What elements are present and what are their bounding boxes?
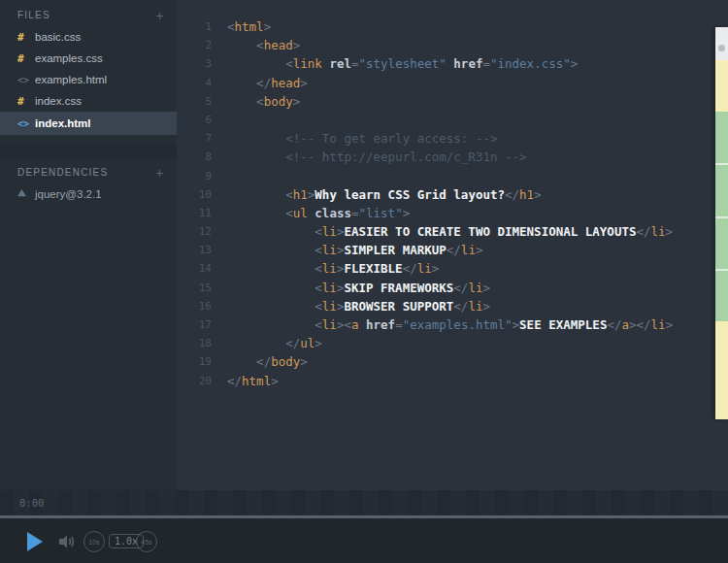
volume-icon[interactable] (55, 531, 77, 556)
play-button[interactable] (27, 532, 43, 551)
line-number: 12 (177, 222, 227, 241)
package-icon (17, 189, 35, 200)
code-line-3[interactable]: 3 <link rel="stylesheet" href="index.css… (177, 54, 728, 73)
dependency-item-jquery@3.2.1[interactable]: jquery@3.2.1 (0, 183, 177, 205)
line-number: 6 (177, 111, 227, 129)
line-number: 15 (177, 279, 227, 297)
code-text: </body> (227, 352, 728, 371)
code-text (227, 167, 728, 185)
rewind-10s-icon[interactable]: 10s (83, 531, 105, 552)
code-line-9[interactable]: 9 (177, 167, 728, 185)
dependency-name: jquery@3.2.1 (35, 188, 102, 200)
yellow-block (715, 60, 728, 112)
code-line-4[interactable]: 4 </head> (177, 74, 728, 92)
code-text: <li><a href="examples.html">SEE EXAMPLES… (227, 315, 728, 334)
code-line-11[interactable]: 11 <ul class="list"> (177, 204, 728, 222)
line-number: 11 (177, 204, 227, 222)
html-file-icon: <> (17, 75, 35, 85)
code-line-16[interactable]: 16 <li>BROWSER SUPPORT</li> (177, 297, 728, 315)
sidebar: FILES + #basic.css#examples.css<>example… (0, 0, 177, 490)
html-file-icon: <> (17, 118, 35, 129)
scrimba-editor-window: FILES + #basic.css#examples.css<>example… (0, 0, 728, 563)
add-file-icon[interactable]: + (156, 11, 165, 20)
code-line-18[interactable]: 18 </ul> (177, 334, 728, 352)
code-line-13[interactable]: 13 <li>SIMPLER MARKUP</li> (177, 241, 728, 259)
line-number: 19 (177, 352, 227, 371)
file-name: index.css (35, 95, 82, 107)
line-number: 8 (177, 148, 227, 166)
code-text: </head> (227, 74, 728, 92)
line-number: 3 (177, 54, 227, 73)
code-text: <html> (227, 17, 728, 36)
files-header-label: FILES (17, 10, 50, 20)
skip-label: 45s (141, 539, 151, 546)
line-number: 16 (177, 297, 227, 315)
code-text: <link rel="stylesheet" href="index.css"> (227, 54, 728, 73)
add-dependency-icon[interactable]: + (156, 168, 165, 178)
code-line-19[interactable]: 19 </body> (177, 352, 728, 371)
line-number: 5 (177, 92, 227, 111)
code-line-14[interactable]: 14 <li>FLEXIBLE</li> (177, 259, 728, 278)
files-section-header: FILES + (0, 0, 177, 26)
green-block (715, 269, 728, 321)
file-item-basic.css[interactable]: #basic.css (0, 26, 177, 48)
skip-45s-icon[interactable]: 45s (136, 531, 157, 552)
preview-pane-sliver[interactable] (715, 27, 728, 419)
preview-chrome-control (718, 45, 725, 51)
green-block (715, 163, 728, 216)
code-text: </ul> (227, 334, 728, 352)
speed-label: 1.0x (115, 536, 138, 546)
green-block (715, 112, 728, 163)
line-number: 18 (177, 334, 227, 352)
code-line-7[interactable]: 7 <!-- To get early access: --> (177, 129, 728, 148)
file-item-examples.html[interactable]: <>examples.html (0, 69, 177, 90)
file-item-examples.css[interactable]: #examples.css (0, 48, 177, 69)
code-text: </html> (227, 372, 728, 390)
dependency-list: jquery@3.2.1 (0, 183, 177, 205)
line-number: 13 (177, 241, 227, 259)
code-text: <li>EASIER TO CREATE TWO DIMENSIONAL LAY… (227, 222, 728, 241)
line-number: 4 (177, 74, 227, 92)
file-name: examples.html (35, 74, 107, 85)
timeline-strip (0, 490, 728, 515)
line-number: 14 (177, 259, 227, 278)
css-file-icon: # (17, 31, 35, 44)
code-line-2[interactable]: 2 <head> (177, 36, 728, 54)
code-line-12[interactable]: 12 <li>EASIER TO CREATE TWO DIMENSIONAL … (177, 222, 728, 241)
line-number: 20 (177, 372, 227, 390)
code-line-17[interactable]: 17 <li><a href="examples.html">SEE EXAMP… (177, 315, 728, 334)
line-number: 9 (177, 167, 227, 185)
code-line-20[interactable]: 20</html> (177, 372, 728, 390)
code-text: <head> (227, 36, 728, 54)
rewind-label: 10s (88, 539, 99, 546)
code-text: <!-- http://eepurl.com/c_R31n --> (227, 148, 728, 166)
file-item-index.html[interactable]: <>index.html (0, 112, 177, 135)
code-editor[interactable]: 1<html>2 <head>3 <link rel="stylesheet" … (177, 0, 728, 490)
code-text: <!-- To get early access: --> (227, 129, 728, 148)
sidebar-divider (0, 143, 177, 157)
code-line-5[interactable]: 5 <body> (177, 92, 728, 111)
dependencies-header-label: DEPENDENCIES (17, 167, 108, 178)
code-line-10[interactable]: 10 <h1>Why learn CSS Grid layout?</h1> (177, 185, 728, 204)
file-name: basic.css (35, 31, 81, 43)
line-number: 1 (177, 17, 227, 36)
file-name: index.html (35, 117, 91, 129)
line-number: 7 (177, 129, 227, 148)
code-line-6[interactable]: 6 (177, 111, 728, 129)
browser-chrome (715, 27, 728, 60)
code-text: <li>SKIP FRAMEWORKS</li> (227, 279, 728, 297)
code-text: <ul class="list"> (227, 204, 728, 222)
yellow-block (715, 321, 728, 419)
code-text: <li>FLEXIBLE</li> (227, 259, 728, 278)
code-line-1[interactable]: 1<html> (177, 17, 728, 36)
line-number: 2 (177, 36, 227, 54)
line-number: 10 (177, 185, 227, 204)
file-item-index.css[interactable]: #index.css (0, 90, 177, 112)
code-text: <li>SIMPLER MARKUP</li> (227, 241, 728, 259)
code-text: <li>BROWSER SUPPORT</li> (227, 297, 728, 315)
css-file-icon: # (17, 52, 35, 65)
playback-time: 0:00 (19, 497, 44, 509)
code-line-8[interactable]: 8 <!-- http://eepurl.com/c_R31n --> (177, 148, 728, 166)
code-line-15[interactable]: 15 <li>SKIP FRAMEWORKS</li> (177, 279, 728, 297)
file-name: examples.css (35, 52, 103, 64)
